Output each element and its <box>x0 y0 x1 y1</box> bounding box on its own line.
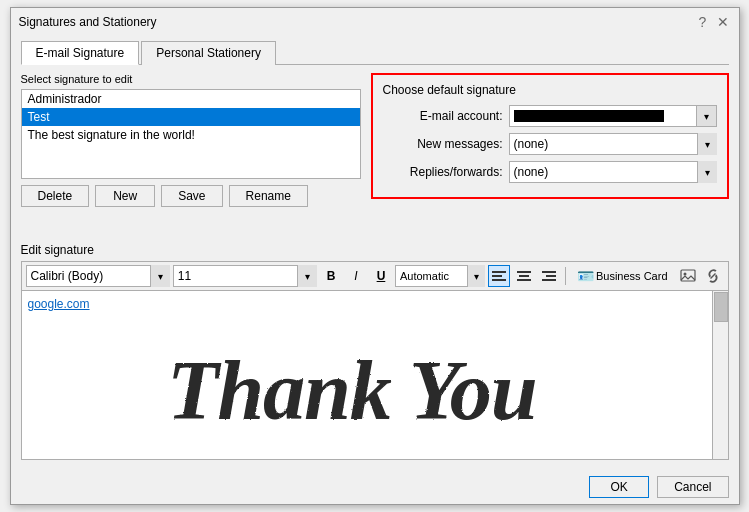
sig-item-best[interactable]: The best signature in the world! <box>22 126 360 144</box>
editor-scrollbar[interactable] <box>712 291 728 459</box>
replies-label: Replies/forwards: <box>383 165 503 179</box>
email-account-label: E-mail account: <box>383 109 503 123</box>
edit-signature-section: Edit signature Calibri (Body) Arial Time… <box>21 243 729 460</box>
bold-button[interactable]: B <box>320 265 342 287</box>
dialog-title: Signatures and Stationery <box>19 15 157 29</box>
main-area: Select signature to edit Administrador T… <box>21 73 729 235</box>
email-redacted <box>514 110 664 122</box>
size-select-wrapper: 11 8 9 10 12 14 ▾ <box>173 265 317 287</box>
dialog-content: E-mail Signature Personal Stationery Sel… <box>11 34 739 468</box>
business-card-icon: 🪪 <box>577 268 594 284</box>
cancel-button[interactable]: Cancel <box>657 476 728 498</box>
sig-list-label: Select signature to edit <box>21 73 361 85</box>
email-select-wrapper: ▾ <box>509 105 717 127</box>
font-select-wrapper: Calibri (Body) Arial Times New Roman ▾ <box>26 265 170 287</box>
new-messages-select-wrapper: (none) Administrador Test ▾ <box>509 133 717 155</box>
align-right-icon <box>542 271 556 281</box>
tab-email-signature[interactable]: E-mail Signature <box>21 41 140 65</box>
svg-text:Thank You: Thank You <box>167 344 537 437</box>
ok-button[interactable]: OK <box>589 476 649 498</box>
editor-content: google.com Thank You <box>22 291 728 459</box>
thank-you-image: Thank You <box>28 315 722 445</box>
right-panel: Choose default signature E-mail account:… <box>371 73 729 235</box>
save-button[interactable]: Save <box>161 185 222 207</box>
new-button[interactable]: New <box>95 185 155 207</box>
email-dropdown-button[interactable]: ▾ <box>697 105 717 127</box>
font-select[interactable]: Calibri (Body) Arial Times New Roman <box>26 265 170 287</box>
align-left-icon <box>492 271 506 281</box>
svg-line-2 <box>710 274 715 279</box>
align-right-button[interactable] <box>538 265 560 287</box>
sig-item-test[interactable]: Test <box>22 108 360 126</box>
email-display[interactable] <box>509 105 697 127</box>
underline-button[interactable]: U <box>370 265 392 287</box>
signature-list: Administrador Test The best signature in… <box>21 89 361 179</box>
rename-button[interactable]: Rename <box>229 185 308 207</box>
hyperlink-icon <box>705 268 721 284</box>
business-card-label: Business Card <box>596 270 668 282</box>
replies-row: Replies/forwards: (none) Administrador T… <box>383 161 717 183</box>
align-center-button[interactable] <box>513 265 535 287</box>
image-icon <box>680 268 696 284</box>
thank-you-svg: Thank You <box>28 315 722 445</box>
edit-sig-label: Edit signature <box>21 243 729 257</box>
business-card-button[interactable]: 🪪 Business Card <box>571 265 674 287</box>
tab-personal-stationery[interactable]: Personal Stationery <box>141 41 276 65</box>
new-messages-row: New messages: (none) Administrador Test … <box>383 133 717 155</box>
new-messages-select[interactable]: (none) Administrador Test <box>509 133 717 155</box>
help-button[interactable]: ? <box>695 14 711 30</box>
italic-button[interactable]: I <box>345 265 367 287</box>
tab-bar: E-mail Signature Personal Stationery <box>21 40 729 65</box>
formatting-toolbar: Calibri (Body) Arial Times New Roman ▾ 1… <box>21 261 729 290</box>
toolbar-separator <box>565 267 566 285</box>
bottom-buttons: OK Cancel <box>11 468 739 504</box>
sig-item-administrador[interactable]: Administrador <box>22 90 360 108</box>
delete-button[interactable]: Delete <box>21 185 90 207</box>
color-select-wrapper: Automatic Black Red Blue ▾ <box>395 265 485 287</box>
signature-buttons: Delete New Save Rename <box>21 185 361 207</box>
signatures-dialog: Signatures and Stationery ? ✕ E-mail Sig… <box>10 7 740 505</box>
new-messages-label: New messages: <box>383 137 503 151</box>
image-button[interactable] <box>677 265 699 287</box>
title-controls: ? ✕ <box>695 14 731 30</box>
align-center-icon <box>517 271 531 281</box>
scrollbar-thumb <box>714 292 728 322</box>
svg-point-1 <box>683 273 686 276</box>
replies-select-wrapper: (none) Administrador Test ▾ <box>509 161 717 183</box>
title-bar: Signatures and Stationery ? ✕ <box>11 8 739 34</box>
align-left-button[interactable] <box>488 265 510 287</box>
email-account-row: E-mail account: ▾ <box>383 105 717 127</box>
google-link[interactable]: google.com <box>28 297 722 311</box>
close-button[interactable]: ✕ <box>715 14 731 30</box>
signature-editor[interactable]: google.com Thank You <box>21 290 729 460</box>
default-signature-box: Choose default signature E-mail account:… <box>371 73 729 199</box>
left-panel: Select signature to edit Administrador T… <box>21 73 361 235</box>
color-select[interactable]: Automatic Black Red Blue <box>395 265 485 287</box>
default-sig-title: Choose default signature <box>383 83 717 97</box>
replies-select[interactable]: (none) Administrador Test <box>509 161 717 183</box>
size-select[interactable]: 11 8 9 10 12 14 <box>173 265 317 287</box>
hyperlink-button[interactable] <box>702 265 724 287</box>
